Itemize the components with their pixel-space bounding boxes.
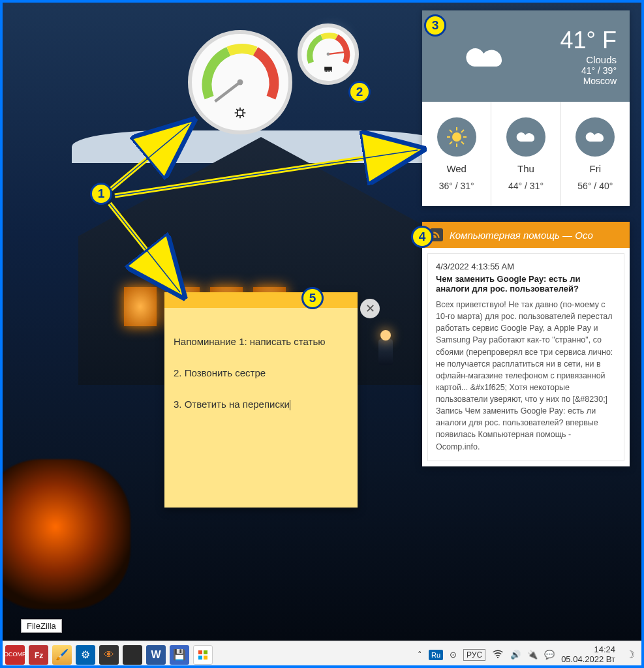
forecast-day-wed[interactable]: Wed 36° / 31°	[422, 102, 491, 206]
svg-rect-2	[238, 110, 243, 115]
taskbar-time: 14:24	[561, 645, 615, 655]
svg-point-15	[433, 236, 435, 237]
taskbar-app-ocomp[interactable]: OCOMP	[5, 645, 25, 665]
forecast-day-thu[interactable]: Thu 44° / 31°	[491, 102, 560, 206]
rss-date: 4/3/2022 4:13:55 AM	[436, 262, 616, 271]
cloud-icon	[461, 43, 507, 74]
cpu-gauge-widget[interactable]	[188, 30, 292, 134]
text-cursor	[290, 400, 290, 410]
forecast-day-label: Fri	[590, 163, 602, 174]
note-line: 3. Ответить на переписки	[174, 397, 348, 412]
svg-point-6	[452, 132, 461, 142]
volume-icon[interactable]: 🔊	[510, 650, 521, 660]
svg-point-21	[497, 657, 498, 658]
lamp-graphic	[378, 339, 393, 365]
taskbar-app-filezilla[interactable]: Fz	[29, 645, 48, 665]
weather-location: Moscow	[560, 76, 617, 86]
forecast-day-label: Thu	[517, 163, 534, 174]
memory-gauge-widget[interactable]	[298, 23, 359, 85]
forecast-day-range: 56° / 40°	[577, 181, 613, 191]
note-line: 2. Позвонить сестре	[174, 365, 348, 381]
tray-chevron-icon[interactable]: ˄	[418, 650, 422, 660]
svg-line-11	[450, 130, 452, 132]
rss-feed-title: Компьютерная помощь — Oco	[450, 230, 593, 241]
svg-rect-5	[324, 67, 332, 71]
cpu-chip-icon	[234, 106, 247, 123]
svg-line-3	[328, 52, 345, 54]
weather-forecast: Wed 36° / 31° Thu 44° / 31° Fri 56° / 40…	[422, 102, 630, 206]
svg-text:Fz: Fz	[35, 650, 43, 660]
rss-article-text: Всех приветствую! Не так давно (по-моему…	[436, 299, 616, 453]
focus-assist-icon[interactable]: ☽	[626, 648, 635, 661]
sticky-note-header[interactable]	[164, 292, 358, 308]
window-glow	[124, 287, 157, 326]
forecast-day-range: 36° / 31°	[439, 181, 474, 191]
svg-line-14	[450, 142, 452, 144]
svg-rect-20	[204, 656, 207, 660]
tray-keyboard-layout[interactable]: Ru	[429, 650, 443, 660]
taskbar-date: 05.04.2022 Вт	[561, 655, 615, 665]
cloud-icon	[506, 117, 545, 157]
taskbar-app-terminal[interactable]	[123, 645, 142, 665]
taskbar-app-settings[interactable]: ⚙	[76, 645, 95, 665]
rss-icon	[430, 228, 443, 241]
weather-range: 41° / 39°	[560, 65, 617, 76]
rss-article[interactable]: 4/3/2022 4:13:55 AM Чем заменить Google …	[427, 253, 624, 461]
taskbar[interactable]: OCOMP Fz 🖌️ ⚙ 👁 W 💾 ˄ Ru ⊙ РУС 🔊 🔌 💬 14:…	[0, 641, 644, 668]
weather-widget[interactable]: 41° F Clouds 41° / 39° Moscow Wed 36° / …	[422, 10, 630, 206]
cloud-icon	[575, 117, 615, 157]
taskbar-app-word[interactable]: W	[146, 645, 166, 665]
svg-rect-19	[198, 656, 202, 660]
desktop-wallpaper: 41° F Clouds 41° / 39° Moscow Wed 36° / …	[0, 0, 644, 668]
weather-temp: 41° F	[560, 27, 617, 54]
weather-condition: Clouds	[560, 54, 617, 65]
svg-point-1	[238, 80, 243, 85]
battery-icon[interactable]: 🔌	[527, 650, 538, 660]
forecast-day-label: Wed	[446, 163, 467, 174]
forecast-day-fri[interactable]: Fri 56° / 40°	[560, 102, 630, 206]
sticky-note-body[interactable]: Напоминание 1: написать статью 2. Позвон…	[164, 308, 358, 438]
memory-chip-icon	[324, 62, 333, 76]
wifi-icon[interactable]	[492, 649, 504, 660]
sticky-note-widget[interactable]: Напоминание 1: написать статью 2. Позвон…	[164, 292, 358, 508]
forecast-day-range: 44° / 31°	[508, 181, 544, 191]
tray-indicator-icon[interactable]: ⊙	[450, 650, 457, 660]
rss-widget[interactable]: Компьютерная помощь — Oco 4/3/2022 4:13:…	[422, 222, 630, 466]
weather-current: 41° F Clouds 41° / 39° Moscow	[422, 10, 630, 102]
tray-language[interactable]: РУС	[463, 649, 485, 661]
svg-point-4	[327, 53, 330, 56]
taskbar-app-viewer[interactable]: 👁	[99, 645, 119, 665]
note-line: Напоминание 1: написать статью	[174, 334, 348, 350]
system-tray[interactable]: ˄ Ru ⊙ РУС 🔊 🔌 💬 14:24 05.04.2022 Вт ☽	[418, 645, 639, 665]
svg-line-13	[461, 130, 464, 132]
taskbar-app-paint[interactable]: 🖌️	[52, 645, 72, 665]
taskbar-clock[interactable]: 14:24 05.04.2022 Вт	[561, 645, 615, 665]
close-icon[interactable]: ✕	[360, 299, 380, 318]
sun-icon	[437, 117, 476, 157]
svg-line-0	[215, 82, 240, 102]
svg-rect-18	[204, 650, 207, 654]
svg-line-12	[461, 142, 464, 144]
notifications-icon[interactable]: 💬	[544, 650, 555, 660]
rss-header[interactable]: Компьютерная помощь — Oco	[422, 222, 630, 248]
svg-rect-17	[198, 650, 202, 654]
train-graphic	[0, 459, 130, 609]
desktop-icon-tooltip: FileZilla	[21, 619, 62, 633]
taskbar-app-save[interactable]: 💾	[170, 645, 189, 665]
taskbar-app-store[interactable]	[193, 645, 213, 665]
rss-article-title: Чем заменить Google Pay: есть ли аналоги…	[436, 274, 616, 294]
